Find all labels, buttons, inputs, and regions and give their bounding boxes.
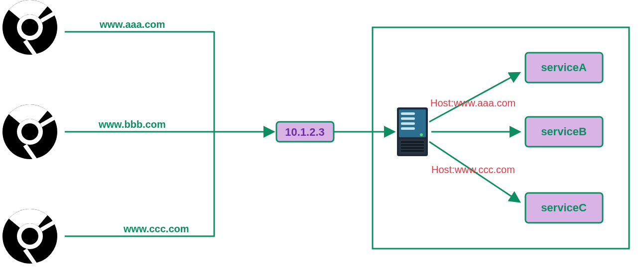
svg-point-27	[420, 133, 423, 136]
svg-point-8	[21, 228, 38, 245]
host-annotation-top: Host:www.aaa.com	[430, 97, 515, 108]
domain-label-1: www.aaa.com	[99, 19, 165, 30]
svg-rect-26	[401, 150, 424, 152]
domain-label-3: www.ccc.com	[123, 223, 189, 234]
service-c-box: serviceC	[525, 193, 603, 223]
browser-icon-2	[2, 93, 57, 162]
svg-rect-23	[401, 141, 424, 143]
ip-label: 10.1.2.3	[285, 126, 325, 138]
svg-rect-25	[401, 147, 424, 149]
service-b-box: serviceB	[525, 117, 603, 147]
svg-rect-24	[401, 144, 424, 146]
svg-rect-18	[401, 112, 415, 115]
service-c-label: serviceC	[541, 201, 587, 214]
ip-box: 10.1.2.3	[276, 122, 334, 142]
service-b-label: serviceB	[541, 125, 587, 138]
browser-icon-1	[2, 0, 57, 57]
service-a-box: serviceA	[525, 53, 603, 83]
service-a-label: serviceA	[541, 61, 587, 74]
svg-rect-21	[401, 127, 415, 130]
svg-rect-19	[401, 117, 415, 120]
browser-icon-3	[2, 198, 57, 266]
svg-point-5	[21, 123, 38, 140]
domain-label-2: www.bbb.com	[98, 119, 166, 130]
host-annotation-bottom: Host:www.ccc.com	[431, 164, 515, 175]
server-icon	[397, 107, 428, 156]
svg-rect-20	[401, 122, 415, 125]
svg-point-2	[21, 19, 38, 36]
